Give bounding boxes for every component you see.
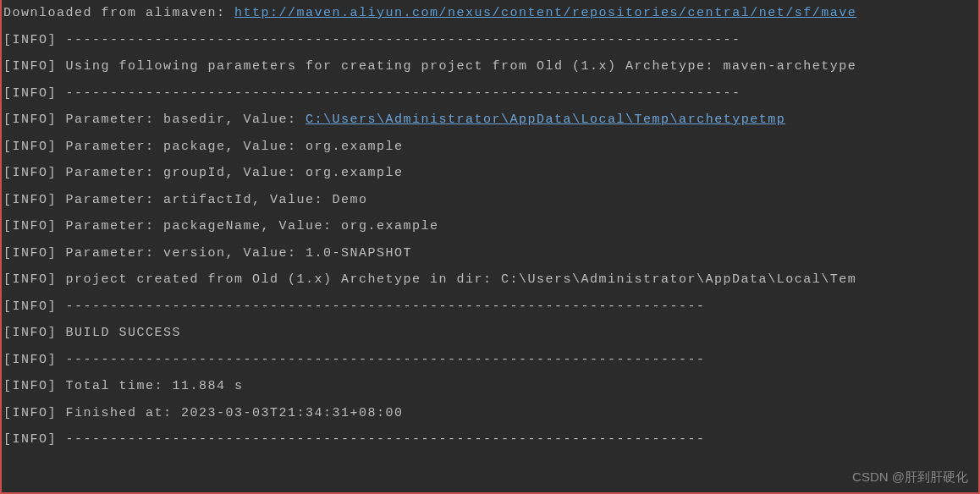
terminal-line: [INFO] Finished at: 2023-03-03T21:34:31+… bbox=[3, 400, 977, 427]
terminal-line: [INFO] ---------------------------------… bbox=[3, 80, 977, 107]
terminal-line: [INFO] BUILD SUCCESS bbox=[3, 320, 977, 347]
line-prefix: Downloaded from alimaven: bbox=[3, 6, 234, 20]
terminal-line: Downloaded from alimaven: http://maven.a… bbox=[3, 0, 977, 27]
terminal-line: [INFO] project created from Old (1.x) Ar… bbox=[3, 266, 977, 294]
terminal-output: Downloaded from alimaven: http://maven.a… bbox=[2, 0, 978, 453]
terminal-line: [INFO] Parameter: basedir, Value: C:\Use… bbox=[3, 107, 977, 134]
line-prefix: [INFO] Parameter: basedir, Value: bbox=[3, 113, 306, 127]
terminal-line: [INFO] ---------------------------------… bbox=[3, 27, 977, 54]
terminal-line: [INFO] ---------------------------------… bbox=[3, 347, 977, 374]
terminal-line: [INFO] Parameter: groupId, Value: org.ex… bbox=[3, 160, 977, 187]
file-path-link[interactable]: C:\Users\Administrator\AppData\Local\Tem… bbox=[306, 113, 785, 127]
watermark: CSDN @肝到肝硬化 bbox=[852, 469, 968, 486]
file-path-link[interactable]: http://maven.aliyun.com/nexus/content/re… bbox=[234, 6, 856, 20]
terminal-line: [INFO] Parameter: package, Value: org.ex… bbox=[3, 134, 977, 161]
terminal-line: [INFO] ---------------------------------… bbox=[3, 426, 977, 453]
terminal-line: [INFO] Total time: 11.884 s bbox=[3, 373, 977, 400]
terminal-line: [INFO] Parameter: version, Value: 1.0-SN… bbox=[3, 240, 977, 267]
terminal-line: [INFO] Using following parameters for cr… bbox=[3, 53, 977, 80]
terminal-line: [INFO] ---------------------------------… bbox=[3, 294, 977, 321]
terminal-line: [INFO] Parameter: packageName, Value: or… bbox=[3, 213, 977, 240]
terminal-line: [INFO] Parameter: artifactId, Value: Dem… bbox=[3, 187, 977, 214]
